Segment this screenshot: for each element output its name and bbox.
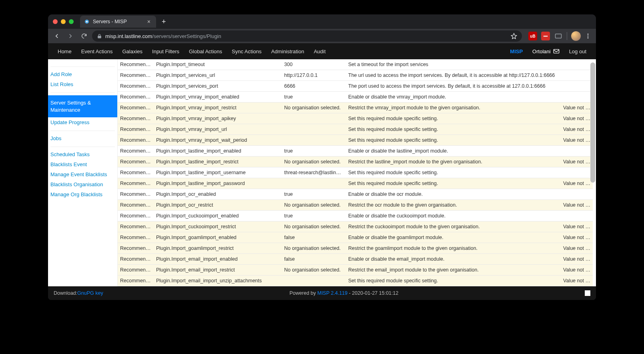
table-row[interactable]: RecommendedPlugin.Import_timeout300Set a… xyxy=(118,59,593,70)
nav-logout[interactable]: Log out xyxy=(569,48,586,54)
cell-setting-description: Restrict the lastline_import module to t… xyxy=(346,157,561,167)
cell-setting-key: Plugin.Import_vmray_import_wait_period xyxy=(154,135,282,146)
table-row[interactable]: RecommendedPlugin.Import_services_urlhtt… xyxy=(118,70,593,81)
sidebar-add-role[interactable]: Add Role xyxy=(48,69,117,79)
cell-setting-value: No organisation selected. xyxy=(282,221,346,232)
cell-setting-key: Plugin.Import_email_import_unzip_attachm… xyxy=(154,276,282,286)
cell-setting-value: http://127.0.0.1 xyxy=(282,70,346,81)
table-row[interactable]: RecommendedPlugin.Import_vmray_import_re… xyxy=(118,103,593,113)
ublock-extension-icon[interactable]: uB xyxy=(528,32,537,40)
cell-setting-description: Set this required module specific settin… xyxy=(346,113,561,124)
cell-setting-status: Value not set. xyxy=(561,103,593,113)
cell-priority: Recommended xyxy=(118,243,154,254)
table-row[interactable]: RecommendedPlugin.Import_ocr_restrictNo … xyxy=(118,200,593,211)
cell-setting-status: Value not set. xyxy=(561,157,593,167)
cell-setting-status xyxy=(561,167,593,178)
cell-setting-description: Set a timeout for the import services xyxy=(346,59,561,70)
lastpass-extension-icon[interactable]: ••• xyxy=(541,32,550,40)
table-row[interactable]: RecommendedPlugin.Import_services_port66… xyxy=(118,81,593,92)
cell-setting-status: Value not set. xyxy=(561,221,593,232)
sidebar-manage-org-bl[interactable]: Manage Org Blacklists xyxy=(48,189,117,199)
sidebar-blacklists-event[interactable]: Blacklists Event xyxy=(48,159,117,169)
cell-setting-key: Plugin.Import_cuckooimport_restrict xyxy=(154,221,282,232)
browser-tab[interactable]: Servers - MISP × xyxy=(80,16,156,28)
tab-title: Servers - MISP xyxy=(93,19,142,24)
cell-setting-description: Set this required module specific settin… xyxy=(346,178,561,189)
cell-setting-value: 300 xyxy=(282,59,346,70)
cell-setting-key: Plugin.Import_services_url xyxy=(154,70,282,81)
table-row[interactable]: RecommendedPlugin.Import_cuckooimport_re… xyxy=(118,221,593,232)
bookmark-star-icon[interactable] xyxy=(511,33,517,39)
footer-gpg-link[interactable]: GnuPG key xyxy=(77,290,103,296)
cell-setting-status xyxy=(561,59,593,70)
cell-setting-status: Value not set. xyxy=(561,243,593,254)
back-button[interactable] xyxy=(51,30,62,42)
window-controls xyxy=(53,19,74,24)
nav-global-actions[interactable]: Global Actions xyxy=(189,48,222,54)
table-row[interactable]: RecommendedPlugin.Import_goamlimport_res… xyxy=(118,243,593,254)
sidebar-update-progress[interactable]: Update Progress xyxy=(48,117,117,127)
sidebar-server-settings[interactable]: Server Settings & Maintenance xyxy=(48,95,117,117)
table-row[interactable]: RecommendedPlugin.Import_lastline_import… xyxy=(118,178,593,189)
table-row[interactable]: RecommendedPlugin.Import_lastline_import… xyxy=(118,167,593,178)
table-row[interactable]: RecommendedPlugin.Import_vmray_import_ap… xyxy=(118,113,593,124)
table-row[interactable]: RecommendedPlugin.Import_lastline_import… xyxy=(118,146,593,157)
cell-setting-description: Set this required module specific settin… xyxy=(346,135,561,146)
cell-setting-status: Value not set. xyxy=(561,178,593,189)
footer-version-link[interactable]: MISP 2.4.119 xyxy=(317,290,348,296)
table-row[interactable]: RecommendedPlugin.Import_vmray_import_ur… xyxy=(118,124,593,135)
mail-icon xyxy=(553,49,560,54)
nav-brand[interactable]: MISP xyxy=(510,48,523,54)
nav-input-filters[interactable]: Input Filters xyxy=(152,48,179,54)
forward-button[interactable] xyxy=(65,30,76,42)
table-row[interactable]: RecommendedPlugin.Import_cuckooimport_en… xyxy=(118,211,593,221)
nav-user[interactable]: Ortolani xyxy=(532,48,560,54)
nav-audit[interactable]: Audit xyxy=(314,48,326,54)
nav-event-actions[interactable]: Event Actions xyxy=(81,48,113,54)
address-bar[interactable]: misp.int.lastline.com/servers/serverSett… xyxy=(92,30,522,42)
sidebar-blacklists-org[interactable]: Blacklists Organisation xyxy=(48,179,117,189)
table-row[interactable]: RecommendedPlugin.Import_email_import_en… xyxy=(118,254,593,265)
cell-setting-key: Plugin.Import_timeout xyxy=(154,59,282,70)
nav-administration[interactable]: Administration xyxy=(271,48,304,54)
cell-setting-description: Enable or disable the vmray_import modul… xyxy=(346,92,561,103)
nav-home[interactable]: Home xyxy=(58,48,72,54)
vertical-scrollbar[interactable] xyxy=(590,62,595,183)
zoom-window-button[interactable] xyxy=(69,19,74,24)
toolbar-separator xyxy=(567,32,567,40)
content: Add Role List Roles Server Settings & Ma… xyxy=(48,59,596,286)
minimize-window-button[interactable] xyxy=(61,19,66,24)
sidebar-list-roles[interactable]: List Roles xyxy=(48,79,117,89)
table-row[interactable]: RecommendedPlugin.Import_vmray_import_wa… xyxy=(118,135,593,146)
cell-priority: Recommended xyxy=(118,135,154,146)
table-row[interactable]: RecommendedPlugin.Import_vmray_import_en… xyxy=(118,92,593,103)
table-row[interactable]: RecommendedPlugin.Import_email_import_re… xyxy=(118,265,593,276)
cell-setting-description: Enable or disable the lastline_import mo… xyxy=(346,146,561,157)
reload-button[interactable] xyxy=(78,30,90,42)
table-row[interactable]: RecommendedPlugin.Import_goamlimport_ena… xyxy=(118,232,593,243)
toolbar: misp.int.lastline.com/servers/serverSett… xyxy=(48,29,596,43)
cell-setting-value: true xyxy=(282,146,346,157)
sidebar-scheduled-tasks[interactable]: Scheduled Tasks xyxy=(48,149,117,159)
sidebar-jobs[interactable]: Jobs xyxy=(48,133,117,143)
cell-priority: Recommended xyxy=(118,146,154,157)
close-window-button[interactable] xyxy=(53,19,58,24)
table-row[interactable]: RecommendedPlugin.Import_lastline_import… xyxy=(118,157,593,167)
cell-setting-value: threat-research@lastline.com xyxy=(282,167,346,178)
tab-close-button[interactable]: × xyxy=(146,18,152,25)
cell-setting-value xyxy=(282,124,346,135)
table-row[interactable]: RecommendedPlugin.Import_email_import_un… xyxy=(118,276,593,286)
lock-icon xyxy=(97,34,102,39)
profile-avatar[interactable] xyxy=(571,31,581,41)
cell-setting-description: The url used to access the import servic… xyxy=(346,70,561,81)
nav-galaxies[interactable]: Galaxies xyxy=(122,48,142,54)
cell-priority: Recommended xyxy=(118,178,154,189)
browser-menu-button[interactable] xyxy=(585,33,591,39)
table-row[interactable]: RecommendedPlugin.Import_ocr_enabledtrue… xyxy=(118,189,593,200)
nav-sync-actions[interactable]: Sync Actions xyxy=(232,48,261,54)
new-tab-button[interactable]: + xyxy=(158,18,169,26)
favicon-icon xyxy=(84,19,90,24)
svg-point-4 xyxy=(588,36,589,37)
cast-extension-icon[interactable] xyxy=(554,32,563,40)
sidebar-manage-event-bl[interactable]: Manage Event Blacklists xyxy=(48,169,117,179)
